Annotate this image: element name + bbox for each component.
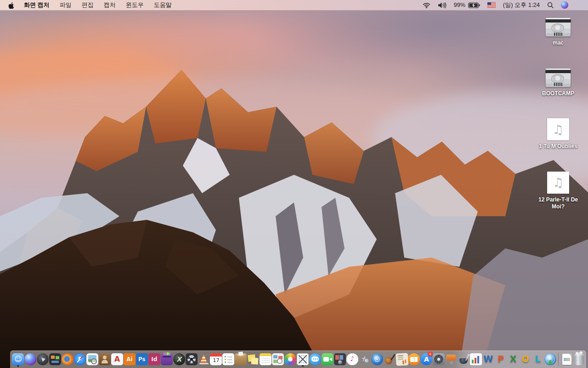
dock-contacts[interactable]	[99, 351, 111, 367]
dock-itunes[interactable]: ♪	[346, 351, 358, 367]
dock-siri[interactable]	[24, 351, 37, 367]
unarchiver-icon	[235, 353, 247, 365]
dock-divider	[558, 352, 559, 366]
dock-remote-desktop[interactable]	[445, 351, 458, 367]
acrobat-reader-icon: A	[111, 353, 123, 365]
spotlight-search-icon[interactable]	[547, 2, 554, 8]
dock-lync[interactable]: L	[531, 351, 544, 367]
dock-firefox[interactable]	[62, 351, 74, 367]
hard-drive-icon	[545, 17, 571, 37]
dock-photos[interactable]	[284, 351, 297, 367]
contacts-icon	[99, 353, 111, 365]
itunes-icon: ♪	[346, 353, 358, 365]
dock-photo-booth[interactable]	[334, 351, 346, 367]
menu-help[interactable]: 도움말	[154, 1, 172, 8]
dock-outlook[interactable]: O	[519, 351, 531, 367]
messages-icon	[309, 353, 321, 365]
web-downloader-icon	[544, 353, 556, 365]
dock-finder[interactable]: ☺	[12, 351, 24, 367]
powerpoint-icon: P	[495, 353, 507, 365]
indesign-icon: Id	[148, 353, 160, 365]
dock-acrobat-reader[interactable]: A	[111, 351, 124, 367]
app-store-badge: 4	[428, 351, 433, 356]
desktop-icon-tu-m-oublies[interactable]: ♫1 Tu M'Oublies	[531, 118, 585, 150]
dock-finance-news[interactable]	[396, 351, 408, 367]
dock-screen-capture[interactable]	[297, 351, 309, 367]
dock-numbers-chart[interactable]	[470, 351, 482, 367]
dock-unarchiver[interactable]	[235, 351, 247, 367]
menu-file[interactable]: 파일	[60, 1, 72, 8]
dock-excel[interactable]: X	[507, 351, 520, 367]
dock-photo-collage[interactable]	[272, 351, 284, 367]
safari-icon	[74, 353, 86, 365]
dock-minimized-document[interactable]	[560, 351, 573, 367]
onyx-icon: X	[173, 353, 185, 365]
active-app-name[interactable]: 화면 캡처	[24, 1, 50, 9]
dock-indesign[interactable]: Id	[148, 351, 160, 367]
dock-garageband[interactable]	[383, 351, 396, 367]
notification-center-icon[interactable]	[576, 2, 582, 8]
lync-icon: L	[532, 353, 544, 365]
dock-powerpoint[interactable]: P	[495, 351, 507, 367]
photos-icon	[284, 353, 296, 365]
dock-ibooks[interactable]	[408, 351, 420, 367]
desktop-icon-mac[interactable]: mac	[531, 17, 585, 47]
dock-facetime[interactable]	[321, 351, 334, 367]
apple-menu-icon[interactable]	[8, 1, 15, 9]
system-preferences-icon	[433, 353, 445, 365]
menu-capture[interactable]: 캡처	[104, 1, 116, 8]
toast-icon	[161, 353, 173, 365]
desktop-icon-bootcamp[interactable]: BOOTCAMP	[531, 68, 585, 98]
dock-calendar[interactable]: 17	[210, 351, 222, 367]
wifi-icon[interactable]	[423, 2, 430, 8]
dock-techtool-fan[interactable]	[185, 351, 198, 367]
dock-notes[interactable]	[260, 351, 272, 367]
desktop-icon-parle-t-il-de-moi[interactable]: ♫12 Parle-T-Il De Moi?	[531, 172, 585, 211]
menu-items: 파일편집캡처윈도우도움말	[60, 1, 182, 9]
dock: ☺▲AAiPsIdX17♪★A4WPXOL	[10, 351, 586, 368]
dock-app-store[interactable]: A4	[420, 351, 433, 367]
menu-edit[interactable]: 편집	[82, 1, 94, 8]
menu-bar: 화면 캡처 파일편집캡처윈도우도움말 99%	[0, 0, 588, 11]
audio-file-icon: ♫	[547, 172, 569, 194]
screen-capture-icon	[297, 353, 309, 365]
dock-word[interactable]: W	[482, 351, 495, 367]
input-source-flag-us[interactable]	[487, 2, 496, 8]
volume-icon[interactable]	[438, 2, 447, 8]
siri-icon[interactable]	[561, 1, 568, 9]
calendar-icon: 17	[210, 353, 222, 365]
mission-control-icon	[49, 353, 61, 365]
battery-charging-icon[interactable]	[468, 2, 480, 8]
easyfind-icon: ★	[359, 353, 371, 365]
dock-photoshop[interactable]: Ps	[136, 351, 148, 367]
dock-system-preferences[interactable]	[433, 351, 445, 367]
dock-onyx[interactable]: X	[173, 351, 185, 367]
numbers-chart-icon	[470, 353, 482, 365]
dock-easyfind[interactable]: ★	[358, 351, 371, 367]
menu-bar-clock[interactable]: (일) 오후 1:24	[503, 1, 540, 9]
photo-collage-icon	[272, 353, 284, 365]
dock-preview[interactable]	[86, 351, 99, 367]
stickies-icon	[247, 353, 259, 365]
dock-disc-burner[interactable]	[371, 351, 383, 367]
dock-launchpad[interactable]: ▲	[37, 351, 49, 367]
reminders-icon	[222, 353, 234, 365]
dock-safari[interactable]	[74, 351, 86, 367]
dock-messages[interactable]	[309, 351, 322, 367]
dock-web-downloader[interactable]	[544, 351, 556, 367]
dock-mission-control[interactable]	[49, 351, 62, 367]
firefox-icon	[62, 353, 74, 365]
dock-stickies[interactable]	[247, 351, 260, 367]
dock-reminders[interactable]	[222, 351, 235, 367]
siri-icon	[24, 353, 36, 365]
dock-vlc[interactable]	[198, 351, 210, 367]
facetime-icon	[322, 353, 334, 365]
ibooks-icon	[408, 353, 420, 365]
dock-toast[interactable]	[160, 351, 173, 367]
dock-illustrator[interactable]: Ai	[123, 351, 136, 367]
desktop-icon-label: 1 Tu M'Oublies	[539, 143, 577, 150]
dock-pages-inkwell[interactable]	[458, 351, 470, 367]
menu-window[interactable]: 윈도우	[126, 1, 144, 8]
outlook-icon: O	[520, 353, 531, 365]
dock-trash-full[interactable]	[573, 351, 585, 367]
